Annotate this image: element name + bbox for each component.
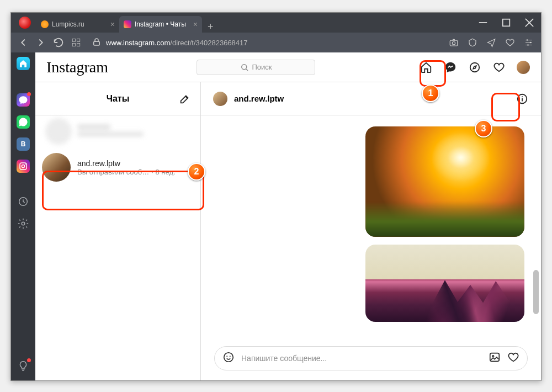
instagram-direct: Чаты and.rew.lptw Вы отправили сооб…: [35, 82, 541, 380]
svg-rect-4: [77, 44, 80, 46]
close-icon[interactable]: ×: [110, 20, 115, 29]
conversation-item[interactable]: and.rew.lptw Вы отправили сооб… · 8 нед.: [35, 147, 200, 187]
chat-info-button[interactable]: [516, 92, 529, 105]
home-icon[interactable]: [420, 61, 433, 74]
svg-point-17: [470, 62, 480, 72]
emoji-button[interactable]: [222, 351, 235, 365]
tab-strip: Lumpics.ru × Instagram • Чаты × +: [36, 13, 219, 33]
svg-point-19: [522, 96, 523, 97]
sidebar-workspace-icon[interactable]: [17, 57, 30, 70]
message-placeholder: Напишите сообщение...: [241, 354, 482, 363]
conversations-header: Чаты: [35, 82, 200, 115]
svg-point-9: [530, 42, 532, 44]
avatar: [42, 153, 71, 182]
svg-rect-2: [77, 39, 80, 41]
search-icon: [240, 62, 250, 72]
instagram-logo[interactable]: Instagram: [46, 59, 108, 76]
url-host: www.instagram.com: [106, 39, 170, 47]
sidebar-vk-icon[interactable]: B: [17, 137, 30, 151]
conversation-preview: Вы отправили сооб…: [77, 168, 149, 176]
attach-image-button[interactable]: [489, 351, 501, 365]
sidebar-instagram-icon[interactable]: [17, 160, 30, 173]
browser-tab-active[interactable]: Instagram • Чаты ×: [119, 16, 202, 33]
direct-messages-icon[interactable]: [444, 61, 457, 74]
chat-header: and.rew.lptw: [201, 82, 541, 115]
sidebar-messenger-icon[interactable]: [17, 93, 30, 107]
svg-point-10: [527, 44, 529, 46]
easy-setup-button[interactable]: [521, 35, 537, 50]
address-bar: www.instagram.com/direct/t/3402823668417: [11, 33, 541, 52]
svg-point-7: [452, 42, 455, 45]
content-scrollbar[interactable]: [533, 52, 540, 380]
browser-tab[interactable]: Lumpics.ru ×: [36, 16, 119, 33]
nav-back-button[interactable]: [15, 35, 31, 50]
search-placeholder: Поиск: [252, 63, 272, 71]
sidebar-settings-icon[interactable]: [17, 217, 30, 230]
url-field[interactable]: www.instagram.com/direct/t/3402823668417: [86, 37, 444, 49]
svg-rect-23: [490, 353, 500, 362]
adblock-button[interactable]: [465, 35, 480, 50]
svg-rect-5: [94, 41, 100, 45]
tab-title: Instagram • Чаты: [135, 20, 186, 28]
close-icon[interactable]: ×: [193, 20, 198, 29]
browser-titlebar: Lumpics.ru × Instagram • Чаты × +: [11, 13, 541, 33]
sidebar-history-icon[interactable]: [17, 195, 30, 208]
message-image[interactable]: [365, 245, 524, 322]
svg-rect-1: [72, 39, 75, 41]
svg-point-21: [226, 356, 227, 357]
svg-rect-0: [503, 19, 510, 27]
explore-icon[interactable]: [468, 61, 481, 74]
speed-dial-button[interactable]: [68, 35, 84, 50]
svg-rect-6: [450, 40, 458, 46]
bookmark-heart-button[interactable]: [502, 35, 518, 50]
profile-avatar[interactable]: [517, 61, 530, 74]
page-content: Instagram Поиск Чаты: [35, 52, 541, 380]
minimize-button[interactable]: [471, 13, 495, 33]
svg-point-15: [22, 222, 25, 225]
snapshot-button[interactable]: [446, 35, 461, 50]
chat-username[interactable]: and.rew.lptw: [234, 94, 284, 103]
conversations-panel: Чаты and.rew.lptw Вы отправили сооб…: [35, 82, 201, 380]
activity-heart-icon[interactable]: [492, 61, 506, 74]
reload-button[interactable]: [51, 35, 66, 50]
svg-point-20: [224, 353, 233, 362]
like-button[interactable]: [507, 351, 519, 365]
favicon-icon: [124, 20, 131, 28]
browser-window: Lumpics.ru × Instagram • Чаты × + www.in…: [10, 12, 542, 381]
url-path: /direct/t/3402823668417: [170, 39, 247, 47]
message-input[interactable]: Напишите сообщение...: [214, 346, 528, 370]
favicon-icon: [41, 20, 49, 28]
svg-point-24: [492, 356, 494, 357]
svg-point-22: [230, 356, 231, 357]
instagram-header: Instagram Поиск: [35, 52, 541, 82]
opera-logo-icon: [19, 17, 31, 29]
svg-point-13: [25, 163, 26, 165]
conversation-time: · 8 нед.: [151, 168, 175, 176]
conversation-item-blurred[interactable]: [35, 115, 200, 147]
chat-messages[interactable]: [201, 115, 541, 341]
lock-icon: [92, 37, 102, 49]
window-controls: [471, 13, 541, 33]
nav-forward-button[interactable]: [33, 35, 49, 50]
compose-button[interactable]: [178, 92, 192, 105]
browser-body: B Instagram Поиск: [11, 52, 541, 380]
svg-rect-3: [72, 44, 75, 46]
window-close-button[interactable]: [518, 13, 541, 33]
svg-point-12: [22, 165, 24, 167]
message-image[interactable]: [365, 126, 524, 237]
instagram-nav: [420, 61, 530, 74]
chat-input-area: Напишите сообщение...: [201, 341, 541, 380]
chat-avatar: [213, 92, 227, 106]
send-button[interactable]: [484, 35, 499, 50]
sidebar-tips-icon[interactable]: [17, 359, 30, 373]
svg-point-8: [527, 39, 528, 41]
new-tab-button[interactable]: +: [202, 21, 219, 33]
search-input[interactable]: Поиск: [197, 60, 315, 75]
conversation-name: and.rew.lptw: [77, 159, 194, 168]
maximize-button[interactable]: [495, 13, 518, 33]
conversations-title: Чаты: [107, 94, 130, 104]
sidebar-whatsapp-icon[interactable]: [17, 115, 30, 129]
tab-title: Lumpics.ru: [52, 20, 84, 28]
svg-point-16: [242, 64, 247, 69]
opera-sidebar: B: [11, 52, 35, 380]
